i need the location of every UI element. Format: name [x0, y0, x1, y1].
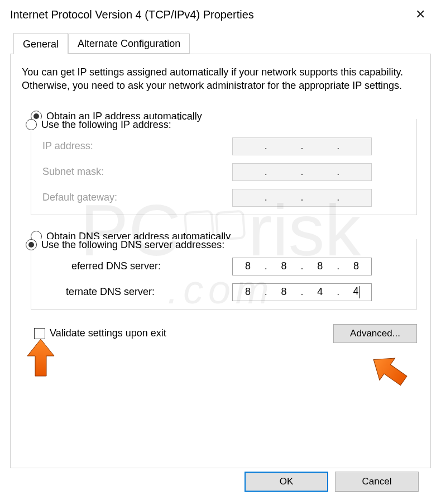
footer-buttons: OK Cancel	[245, 472, 419, 492]
dot-icon: .	[337, 286, 339, 298]
dns-octet: 8	[343, 260, 370, 272]
annotation-arrow-right	[363, 345, 415, 396]
tabs-row: General Alternate Configuration	[13, 32, 431, 54]
dot-icon: .	[300, 286, 303, 298]
dns-octet: 8	[271, 260, 298, 272]
window-title: Internet Protocol Version 4 (TCP/IPv4) P…	[10, 8, 254, 21]
dot-icon: .	[265, 286, 267, 298]
tab-page-general: PC risk .com You can get IP settings ass…	[10, 54, 431, 468]
dot-icon: .	[337, 260, 339, 272]
tab-general[interactable]: General	[13, 33, 68, 54]
radio-icon	[26, 119, 37, 130]
intro-text: You can get IP settings assigned automat…	[22, 65, 419, 93]
dns-octet: 8	[234, 286, 261, 298]
checkbox-icon	[34, 328, 45, 339]
dns-octet: 8	[234, 260, 261, 272]
validate-settings-label: Validate settings upon exit	[50, 327, 166, 339]
validate-settings-checkbox[interactable]: Validate settings upon exit	[34, 327, 166, 339]
dns-octet-val: 4	[353, 286, 359, 297]
client-area: General Alternate Configuration PC risk …	[10, 32, 431, 494]
dns-octet: 8	[306, 260, 333, 272]
ip-address-label: IP address:	[42, 140, 188, 152]
preferred-dns-label: Preeferred DNS server:	[42, 260, 188, 272]
annotation-arrow-left	[24, 338, 57, 378]
dot-icon: .	[300, 260, 303, 272]
cancel-button[interactable]: Cancel	[335, 472, 419, 492]
dns-field-grid: Preeferred DNS server: 8. 8. 8. 8 Altern…	[42, 258, 409, 301]
radio-use-ip-label: Use the following IP address:	[41, 119, 171, 131]
preferred-dns-input[interactable]: 8. 8. 8. 8	[232, 258, 372, 275]
dot-icon: .	[265, 260, 267, 272]
ok-button[interactable]: OK	[245, 472, 328, 492]
radio-use-dns[interactable]: Use the following DNS server addresses:	[26, 239, 231, 251]
default-gateway-label: Default gateway:	[42, 192, 188, 203]
close-button[interactable]: ✕	[410, 5, 431, 24]
ip-field-grid: IP address: ... Subnet mask: ... Default…	[42, 137, 409, 207]
advanced-button[interactable]: Advanced...	[333, 324, 417, 343]
subnet-mask-label: Subnet mask:	[42, 166, 188, 178]
dns-octet: 8	[271, 286, 298, 298]
default-gateway-input: ...	[232, 189, 372, 207]
radio-use-ip[interactable]: Use the following IP address:	[26, 119, 178, 131]
radio-use-dns-label: Use the following DNS server addresses:	[41, 239, 224, 251]
alternate-dns-label: Alternate DNS server:	[42, 286, 188, 298]
dns-octet: 4	[343, 286, 370, 298]
bottom-row: Validate settings upon exit Advanced...	[22, 324, 419, 343]
properties-window: Internet Protocol Version 4 (TCP/IPv4) P…	[0, 0, 441, 504]
dns-octet: 4	[306, 286, 333, 298]
ip-address-group: Use the following IP address: IP address…	[31, 119, 417, 215]
title-bar: Internet Protocol Version 4 (TCP/IPv4) P…	[0, 0, 441, 27]
radio-icon	[26, 239, 37, 250]
text-cursor	[359, 286, 359, 298]
ip-address-input: ...	[232, 137, 372, 155]
alternate-dns-input[interactable]: 8. 8. 4. 4	[232, 283, 372, 301]
subnet-mask-input: ...	[232, 163, 372, 181]
tab-alternate-config[interactable]: Alternate Configuration	[68, 34, 190, 54]
dns-group: Use the following DNS server addresses: …	[31, 239, 417, 310]
